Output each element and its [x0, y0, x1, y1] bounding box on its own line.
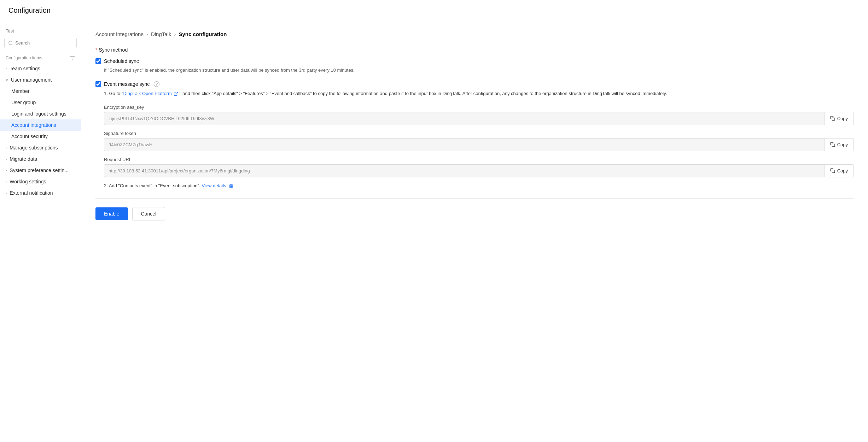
event-sync-label: Event message sync	[104, 81, 150, 87]
sidebar-item-manage-subscriptions[interactable]: › Manage subscriptions	[0, 142, 81, 153]
breadcrumb-dingtalk[interactable]: DingTalk	[151, 31, 171, 37]
svg-rect-8	[832, 170, 835, 173]
copy-encryption-button[interactable]: Copy	[824, 112, 854, 125]
encryption-input	[104, 112, 824, 125]
chevron-right-icon: ›	[6, 169, 7, 172]
sidebar-item-account-integrations[interactable]: Account integrations	[0, 119, 81, 131]
sidebar-item-member[interactable]: Member	[0, 86, 81, 97]
signature-input-row: Copy	[104, 138, 854, 151]
action-buttons: Enable Cancel	[95, 207, 854, 220]
section-header-label: Configuration items	[6, 55, 42, 60]
scheduled-sync-label: Scheduled sync	[104, 58, 139, 64]
external-link-icon	[174, 92, 178, 96]
sidebar-item-system-preference[interactable]: › System preference settin...	[0, 165, 81, 176]
sidebar-item-external-notification[interactable]: › External notification	[0, 187, 81, 199]
sidebar-item-label: Worklog settings	[10, 179, 46, 184]
svg-rect-12	[231, 187, 233, 188]
instruction-prefix: 1. Go to "	[104, 91, 123, 96]
svg-point-0	[9, 41, 12, 44]
step2-prefix: 2. Add "Contacts event" in "Event subscr…	[104, 183, 202, 188]
sidebar-item-label: User group	[11, 100, 36, 105]
sidebar-item-label: Login and logout settings	[11, 111, 66, 117]
encryption-label: Encryption aes_key	[104, 105, 854, 110]
sidebar-item-user-group[interactable]: User group	[0, 97, 81, 108]
filter-icon[interactable]	[70, 55, 75, 61]
view-details-icon	[228, 183, 233, 188]
svg-line-1	[12, 44, 13, 45]
sidebar-item-label: Account security	[11, 134, 48, 139]
signature-input	[104, 139, 824, 151]
sidebar-item-worklog-settings[interactable]: › Worklog settings	[0, 176, 81, 187]
breadcrumb-current: Sync configuration	[179, 31, 227, 37]
svg-rect-7	[832, 144, 835, 147]
sidebar-item-label: Account integrations	[11, 122, 56, 128]
event-sync-row[interactable]: Event message sync ?	[95, 81, 854, 87]
copy-icon	[830, 116, 835, 121]
enable-button[interactable]: Enable	[95, 207, 128, 220]
sidebar-item-login-logout[interactable]: Login and logout settings	[0, 108, 81, 119]
chevron-right-icon: ›	[6, 157, 7, 161]
sidebar-item-label: Manage subscriptions	[10, 145, 58, 151]
sidebar-item-label: User management	[11, 77, 52, 83]
chevron-right-icon: ›	[6, 67, 7, 71]
search-input[interactable]	[15, 40, 73, 46]
request-url-field-group: Request URL Copy	[104, 157, 854, 177]
signature-label: Signature token	[104, 131, 854, 136]
breadcrumb: Account integrations › DingTalk › Sync c…	[95, 31, 854, 37]
search-icon	[8, 41, 13, 46]
chevron-right-icon: ›	[6, 180, 7, 184]
search-box[interactable]	[4, 38, 77, 48]
svg-rect-9	[229, 184, 231, 185]
required-star: *	[95, 47, 97, 53]
top-bar: Configuration	[0, 0, 868, 21]
sidebar-context: Test	[0, 27, 81, 38]
app-title: Configuration	[8, 6, 51, 14]
svg-rect-6	[832, 118, 835, 121]
instruction-text-1: 1. Go to "DingTalk Open Platform " and t…	[104, 90, 854, 98]
breadcrumb-sep-1: ›	[146, 31, 148, 37]
dingtalk-platform-link[interactable]: DingTalk Open Platform	[123, 91, 180, 96]
copy-signature-button[interactable]: Copy	[824, 139, 854, 151]
sidebar-item-user-management[interactable]: ∨ User management	[0, 74, 81, 86]
sync-method-section: * Sync method	[95, 47, 854, 53]
copy-icon	[830, 142, 835, 147]
sidebar-item-label: External notification	[10, 190, 53, 196]
request-url-input	[104, 165, 824, 177]
sidebar-item-migrate-data[interactable]: › Migrate data	[0, 153, 81, 165]
sidebar: Test Configuration items › Team settings…	[0, 21, 81, 442]
signature-field-group: Signature token Copy	[104, 131, 854, 151]
request-url-label: Request URL	[104, 157, 854, 162]
sidebar-item-account-security[interactable]: Account security	[0, 131, 81, 142]
sidebar-item-label: Team settings	[10, 66, 40, 71]
event-sync-checkbox[interactable]	[95, 81, 101, 87]
encryption-field-group: Encryption aes_key Copy	[104, 105, 854, 125]
scheduled-sync-row[interactable]: Scheduled sync	[95, 58, 854, 64]
instruction-suffix: " and then click "App details" > "Featur…	[180, 91, 667, 96]
svg-rect-10	[231, 184, 233, 185]
help-icon[interactable]: ?	[154, 81, 159, 87]
copy-icon	[830, 168, 835, 173]
copy-url-button[interactable]: Copy	[824, 165, 854, 177]
sidebar-item-label: Migrate data	[10, 156, 37, 162]
cancel-button[interactable]: Cancel	[132, 207, 165, 220]
view-details-link[interactable]: View details	[202, 183, 233, 188]
sidebar-item-label: System preference settin...	[10, 167, 69, 173]
sidebar-item-team-settings[interactable]: › Team settings	[0, 63, 81, 74]
section-header: Configuration items	[0, 53, 81, 63]
chevron-down-icon: ∨	[6, 78, 8, 82]
scheduled-sync-helper: If "Scheduled sync" is enabled, the orga…	[104, 67, 854, 74]
breadcrumb-sep-2: ›	[174, 31, 176, 37]
scheduled-sync-checkbox[interactable]	[95, 58, 101, 64]
chevron-right-icon: ›	[6, 146, 7, 150]
breadcrumb-account-integrations[interactable]: Account integrations	[95, 31, 144, 37]
request-url-input-row: Copy	[104, 164, 854, 177]
step2-text: 2. Add "Contacts event" in "Event subscr…	[104, 183, 854, 189]
chevron-right-icon: ›	[6, 191, 7, 195]
sync-method-label: Sync method	[99, 47, 128, 53]
divider	[95, 198, 854, 199]
layout: Test Configuration items › Team settings…	[0, 21, 868, 442]
sidebar-item-label: Member	[11, 88, 29, 94]
main-content: Account integrations › DingTalk › Sync c…	[81, 21, 868, 442]
svg-line-5	[176, 92, 178, 94]
encryption-input-row: Copy	[104, 112, 854, 125]
